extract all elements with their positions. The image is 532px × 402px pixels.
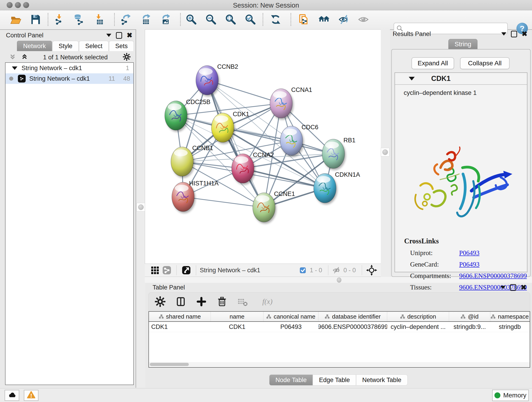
network-options-gear-icon[interactable] bbox=[122, 52, 131, 62]
table-cell[interactable]: stringdb bbox=[490, 322, 529, 332]
crosslink-link[interactable]: P06493 bbox=[459, 249, 480, 257]
view-network-title: String Network – cdk1 bbox=[200, 267, 298, 274]
export-network-icon[interactable] bbox=[120, 13, 132, 26]
network-graph[interactable]: CCNB2 CCNA1 CDC25B CDK1 CDC6 RB1 bbox=[145, 30, 380, 263]
eye-icon[interactable] bbox=[357, 13, 369, 26]
tab-string[interactable]: String bbox=[448, 39, 477, 50]
home-icon[interactable] bbox=[318, 13, 330, 26]
section-collapse-icon[interactable] bbox=[409, 77, 415, 80]
network-node-CDC6[interactable] bbox=[280, 126, 303, 155]
gear-icon[interactable] bbox=[154, 296, 166, 307]
tab-node-table[interactable]: Node Table bbox=[269, 375, 313, 385]
zoom-in-icon[interactable] bbox=[185, 13, 197, 26]
tab-edge-table[interactable]: Edge Table bbox=[313, 375, 356, 385]
zoom-fit-icon[interactable] bbox=[225, 13, 237, 26]
import-table-icon[interactable] bbox=[92, 13, 104, 26]
memory-button[interactable]: Memory bbox=[492, 390, 529, 401]
expand-all-icon[interactable] bbox=[21, 53, 28, 62]
import-database-icon[interactable] bbox=[73, 13, 85, 26]
tab-network-table[interactable]: Network Table bbox=[356, 375, 408, 385]
save-icon[interactable] bbox=[29, 13, 41, 26]
panel-float-icon[interactable] bbox=[116, 32, 122, 39]
refresh-icon[interactable] bbox=[270, 13, 282, 26]
tab-network[interactable]: Network bbox=[17, 41, 52, 51]
table-horizontal-scrollbar[interactable] bbox=[149, 362, 530, 367]
tab-select[interactable]: Select bbox=[79, 41, 109, 51]
table-cell[interactable]: 9606.ENSP00000378699 bbox=[318, 322, 387, 332]
network-node-CCNA1[interactable] bbox=[270, 89, 292, 118]
node-section-header[interactable]: CDK1 bbox=[395, 73, 527, 85]
zoom-selected-icon[interactable] bbox=[244, 13, 256, 26]
pan-crosshair-icon[interactable] bbox=[366, 264, 378, 276]
network-node-CCNB1[interactable] bbox=[171, 147, 193, 176]
column-header-shared-name[interactable]: shared name bbox=[149, 312, 211, 321]
network-share-icon[interactable] bbox=[161, 264, 173, 276]
crosslink-link[interactable]: P06493 bbox=[459, 261, 480, 268]
column-header-name[interactable]: name bbox=[211, 312, 264, 321]
network-node-CDC25B[interactable] bbox=[165, 101, 187, 130]
duplicate-network-icon[interactable] bbox=[298, 13, 310, 26]
network-view-canvas[interactable]: CCNB2 CCNA1 CDC25B CDK1 CDC6 RB1 bbox=[145, 29, 381, 264]
export-image-icon[interactable] bbox=[159, 13, 171, 26]
left-splitter[interactable] bbox=[136, 29, 145, 388]
right-splitter[interactable] bbox=[381, 29, 390, 277]
import-network-icon[interactable] bbox=[53, 13, 65, 26]
open-external-icon[interactable] bbox=[180, 264, 192, 276]
network-edge[interactable] bbox=[207, 80, 264, 207]
column-header-namespace[interactable]: namespace bbox=[490, 312, 529, 321]
network-view-toolbar: String Network – cdk1 1 - 0 0 - 0 bbox=[145, 264, 381, 277]
table-cell[interactable]: CDK1 bbox=[211, 322, 264, 332]
expand-all-button[interactable]: Expand All bbox=[412, 57, 454, 69]
warnings-button[interactable] bbox=[24, 390, 38, 401]
toolbar-group bbox=[270, 13, 282, 26]
column-header-description[interactable]: description bbox=[387, 312, 449, 321]
panel-menu-icon[interactable] bbox=[106, 34, 111, 37]
panel-float-icon[interactable] bbox=[511, 31, 517, 37]
panel-menu-icon[interactable] bbox=[500, 286, 505, 289]
network-node-CCNE1[interactable] bbox=[253, 193, 275, 222]
column-header-canonical-name[interactable]: canonical name bbox=[264, 312, 318, 321]
table-cell[interactable]: stringdb:9... bbox=[449, 322, 490, 332]
panel-close-icon[interactable]: ✖ bbox=[127, 32, 133, 38]
birds-eye-grid-icon[interactable] bbox=[149, 264, 161, 276]
panel-close-icon[interactable]: ✖ bbox=[522, 31, 527, 37]
network-node-RB1[interactable] bbox=[322, 139, 345, 168]
table-cell[interactable]: cyclin–dependent ... bbox=[387, 322, 449, 332]
hide-graphics-icon[interactable] bbox=[338, 13, 350, 26]
add-icon[interactable] bbox=[196, 296, 207, 307]
open-file-icon[interactable] bbox=[10, 13, 22, 26]
tab-sets[interactable]: Sets bbox=[109, 41, 134, 51]
network-node-CCNB2[interactable] bbox=[196, 65, 218, 95]
left-splitter-handle[interactable] bbox=[137, 203, 145, 211]
network-row[interactable]: String Network – cdk1 11 48 bbox=[6, 73, 133, 84]
table-cell[interactable]: P06493 bbox=[264, 322, 318, 332]
selected-checkbox-icon[interactable] bbox=[298, 264, 307, 276]
crosslink-link[interactable]: 9606.ENSP00000378699 bbox=[459, 272, 527, 280]
panel-float-icon[interactable] bbox=[510, 284, 516, 291]
collapse-all-icon[interactable] bbox=[9, 53, 17, 62]
export-table-icon[interactable] bbox=[140, 13, 152, 26]
collapse-all-button[interactable]: Collapse All bbox=[460, 57, 510, 69]
network-node-CCNA2[interactable] bbox=[232, 154, 254, 183]
trash-icon[interactable] bbox=[216, 296, 228, 307]
panel-menu-icon[interactable] bbox=[501, 32, 506, 36]
column-header-database-identifier[interactable]: database identifier bbox=[318, 312, 387, 321]
scrollbar-thumb[interactable] bbox=[150, 363, 189, 366]
network-edge[interactable] bbox=[223, 128, 333, 154]
tree-expand-icon[interactable] bbox=[12, 66, 17, 70]
table-cell[interactable]: CDK1 bbox=[149, 322, 211, 332]
network-collection-row[interactable]: String Network – cdk1 1 bbox=[6, 63, 133, 73]
network-node-CDK1[interactable] bbox=[211, 113, 234, 142]
crosslink-label: Compartments: bbox=[410, 272, 456, 280]
cloud-button[interactable] bbox=[5, 390, 19, 401]
panel-close-icon[interactable]: ✖ bbox=[521, 285, 526, 290]
right-splitter-handle[interactable] bbox=[381, 148, 389, 157]
table-row[interactable]: CDK1CDK1P064939606.ENSP00000378699cyclin… bbox=[149, 322, 530, 332]
network-edge[interactable] bbox=[183, 197, 264, 207]
split-columns-icon[interactable] bbox=[175, 296, 187, 307]
tab-style[interactable]: Style bbox=[52, 41, 79, 51]
zoom-out-icon[interactable] bbox=[205, 13, 217, 26]
horizontal-splitter-handle[interactable] bbox=[337, 278, 341, 283]
network-node-CDKN1A[interactable] bbox=[314, 173, 336, 203]
column-header--id[interactable]: @id bbox=[449, 312, 490, 321]
